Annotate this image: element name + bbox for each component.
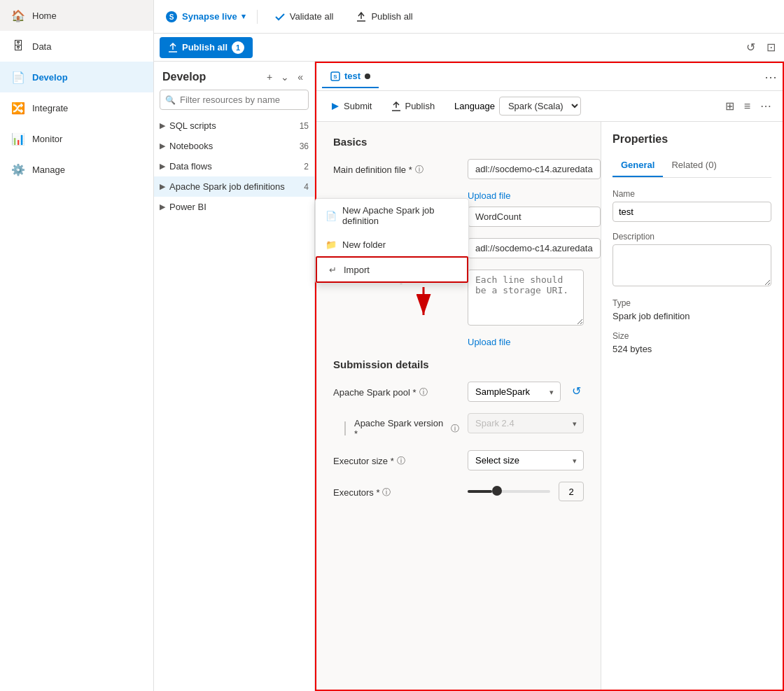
publish-button[interactable]: Publish xyxy=(386,97,440,115)
search-icon: 🔍 xyxy=(165,95,176,105)
chevron-icon: ▶ xyxy=(160,121,165,130)
sidebar-item-data[interactable]: 🗄 Data xyxy=(0,31,153,62)
sidebar-item-label: Integrate xyxy=(32,103,68,113)
executors-slider-thumb[interactable] xyxy=(492,486,502,496)
monitor-icon: 📊 xyxy=(11,132,25,146)
filter-input[interactable] xyxy=(160,90,309,110)
tree-item-spark-jobs[interactable]: ▶ Apache Spark job definitions 4 xyxy=(154,176,314,197)
executor-size-label: Executor size * ⓘ xyxy=(333,450,459,467)
main-def-label: Main definition file * ⓘ xyxy=(333,159,459,176)
main-def-row: Main definition file * ⓘ xyxy=(333,159,584,179)
tree-item-label: SQL scripts xyxy=(169,120,300,131)
publish-all-label: Publish all xyxy=(182,42,227,53)
develop-icon: 📄 xyxy=(11,70,25,84)
main-class-input[interactable] xyxy=(468,207,601,227)
executors-slider-fill xyxy=(468,490,492,493)
ctx-import[interactable]: ↵ Import xyxy=(316,256,468,283)
publish-all-icon xyxy=(168,43,178,53)
publish-all-top-button[interactable]: Publish all xyxy=(350,8,418,25)
properties-panel: Properties General Related (0) Name xyxy=(601,122,783,690)
props-size-field: Size 524 bytes xyxy=(612,331,771,354)
filter-box: 🔍 xyxy=(160,90,309,110)
ctx-new-folder[interactable]: 📁 New folder xyxy=(316,232,468,256)
validate-all-label: Validate all xyxy=(290,11,334,22)
layout-button[interactable]: ⊡ xyxy=(764,38,778,57)
tree-item-label: Apache Spark job definitions xyxy=(169,181,304,192)
language-select-input[interactable]: Spark (Scala) xyxy=(499,97,581,116)
chevron-icon: ▶ xyxy=(160,141,165,151)
upload-file-link[interactable]: Upload file xyxy=(468,190,584,201)
upload-file2-link[interactable]: Upload file xyxy=(468,337,584,347)
synapse-badge[interactable]: S Synapse live ▾ xyxy=(165,11,246,23)
toolbar-icon-btn-1[interactable]: ⊞ xyxy=(722,97,737,116)
tab-more-button[interactable]: ⋯ xyxy=(764,69,777,85)
close-panel-button[interactable]: « xyxy=(295,70,306,84)
executor-size-select-wrapper: Select size ▾ xyxy=(468,450,584,470)
toolbar-right: ⊞ ≡ ⋯ xyxy=(722,97,774,116)
properties-title: Properties xyxy=(612,133,771,146)
spark-version-info-icon: ⓘ xyxy=(451,423,459,435)
language-selector: Language Spark (Scala) xyxy=(454,97,581,116)
executor-size-select[interactable]: Select size xyxy=(468,450,584,470)
toolbar-more-btn[interactable]: ⋯ xyxy=(757,97,774,116)
ctx-item-label: New folder xyxy=(342,239,386,250)
tree-item-label: Notebooks xyxy=(169,141,300,151)
main-def-input[interactable] xyxy=(468,159,601,179)
executors-row: Executors * ⓘ 2 xyxy=(333,482,584,501)
tree-item-sql[interactable]: ▶ SQL scripts 15 xyxy=(154,116,314,136)
props-name-input[interactable] xyxy=(612,202,771,222)
ctx-new-spark-job[interactable]: 📄 New Apache Spark job definition xyxy=(316,199,468,232)
spark-pool-row: Apache Spark pool * ⓘ SampleSpark ▾ ↺ xyxy=(333,382,584,402)
props-type-label: Type xyxy=(612,298,771,308)
collapse-button[interactable]: ⌄ xyxy=(278,70,292,84)
spark-pool-refresh-button[interactable]: ↺ xyxy=(569,382,584,400)
test-tab[interactable]: S test xyxy=(322,65,379,88)
sidebar-item-manage[interactable]: ⚙️ Manage xyxy=(0,154,153,185)
validate-all-button[interactable]: Validate all xyxy=(269,8,340,25)
publish-all-top-label: Publish all xyxy=(371,11,412,22)
spark-tab-icon: S xyxy=(330,71,340,81)
sidebar-item-label: Develop xyxy=(32,72,68,83)
sidebar-item-label: Monitor xyxy=(32,134,62,144)
tree-item-dataflows[interactable]: ▶ Data flows 2 xyxy=(154,156,314,176)
spark-pool-select-wrapper: SampleSpark ▾ xyxy=(468,382,561,402)
submit-label: Submit xyxy=(344,101,372,111)
cmd-args-input[interactable] xyxy=(468,238,601,258)
synapse-icon: S xyxy=(165,11,178,23)
sidebar-item-home[interactable]: 🏠 Home xyxy=(0,0,153,31)
props-type-value: Spark job definition xyxy=(612,311,771,321)
sidebar-item-integrate[interactable]: 🔀 Integrate xyxy=(0,92,153,123)
related-tab[interactable]: Related (0) xyxy=(663,154,724,177)
submit-button[interactable]: Submit xyxy=(325,97,377,115)
spark-version-select[interactable]: Spark 2.4 xyxy=(468,413,584,433)
develop-title: Develop xyxy=(162,71,206,83)
executors-slider-track xyxy=(468,490,550,493)
sidebar-item-label: Manage xyxy=(32,165,65,175)
spark-pool-select[interactable]: SampleSpark xyxy=(468,382,561,402)
add-resource-button[interactable]: + xyxy=(264,70,275,84)
new-folder-icon: 📁 xyxy=(326,239,337,250)
publish-label: Publish xyxy=(405,101,435,111)
new-spark-icon: 📄 xyxy=(326,210,337,221)
props-type-field: Type Spark job definition xyxy=(612,298,771,321)
publish-icon xyxy=(391,102,401,111)
publish-all-button[interactable]: Publish all 1 xyxy=(160,37,253,58)
develop-header: Develop + ⌄ « xyxy=(154,62,314,90)
related-tab-label: Related (0) xyxy=(671,160,716,170)
props-description-textarea[interactable] xyxy=(612,244,771,286)
ref-files-textarea[interactable] xyxy=(468,270,584,326)
tab-label: test xyxy=(344,71,360,81)
props-name-field: Name xyxy=(612,189,771,222)
tree-item-notebooks[interactable]: ▶ Notebooks 36 xyxy=(154,136,314,156)
sidebar-item-develop[interactable]: 📄 Develop xyxy=(0,62,153,92)
publish-badge: 1 xyxy=(232,41,244,54)
sidebar-item-monitor[interactable]: 📊 Monitor xyxy=(0,123,153,154)
general-tab[interactable]: General xyxy=(612,154,663,177)
chevron-icon: ▶ xyxy=(160,182,165,191)
refresh-button[interactable]: ↺ xyxy=(743,38,758,57)
editor-toolbar: Submit Publish Language Spark (Scala) ⊞ xyxy=(316,91,783,122)
svg-marker-8 xyxy=(332,103,339,110)
tree-item-powerbi[interactable]: ▶ Power BI xyxy=(154,197,314,217)
toolbar-icon-btn-2[interactable]: ≡ xyxy=(741,97,753,116)
ctx-item-label: Import xyxy=(344,265,370,275)
